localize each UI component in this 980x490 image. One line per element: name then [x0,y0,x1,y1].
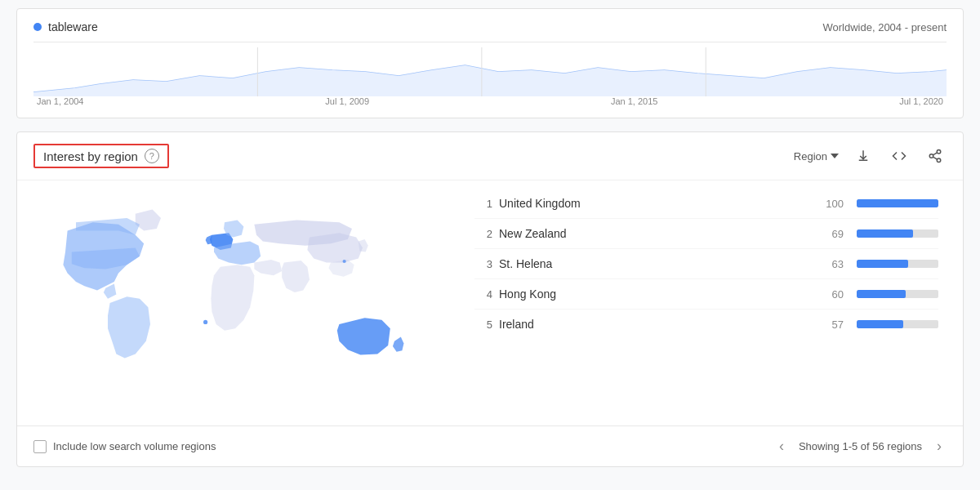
rank-bar-container [857,290,938,298]
share-icon [928,149,942,163]
pagination-text: Showing 1-5 of 56 regions [799,440,922,452]
rank-bar-container [857,199,938,207]
rank-country-name: Ireland [499,318,808,331]
rank-number: 1 [474,198,492,210]
svg-line-6 [933,157,937,159]
rank-bar-fill [857,320,903,328]
download-button[interactable] [852,145,875,167]
svg-point-10 [343,260,346,263]
rank-number: 2 [474,228,492,240]
download-icon [856,149,871,163]
search-term-row: tableware Worldwide, 2004 - present [33,20,947,33]
next-page-button[interactable]: › [932,436,947,457]
rank-score: 100 [815,198,844,210]
rank-country-name: New Zealand [499,227,808,240]
svg-point-9 [203,320,207,324]
checkbox-text: Include low search volume regions [53,440,216,452]
region-controls: Region [794,145,947,167]
rank-bar-container [857,320,938,328]
chevron-down-icon [831,154,839,158]
low-volume-checkbox[interactable] [33,440,47,453]
rank-bar-fill [857,290,906,298]
table-row: 3 St. Helena 63 [474,249,938,279]
share-button[interactable] [924,145,947,167]
svg-line-7 [933,153,937,155]
rank-country-name: St. Helena [499,257,808,270]
region-title-box: Interest by region ? [33,144,169,168]
rank-bar-fill [857,199,938,207]
region-footer: Include low search volume regions ‹ Show… [17,425,963,466]
svg-point-5 [937,158,941,163]
worldwide-label: Worldwide, 2004 - present [822,21,947,33]
world-map-svg [42,197,450,409]
date-1: Jan 1, 2004 [37,96,84,106]
rank-score: 60 [815,288,844,301]
table-row: 4 Hong Kong 60 [474,279,938,310]
rank-bar-fill [857,260,908,268]
rank-number: 3 [474,258,492,270]
region-card: Interest by region ? Region [16,131,964,467]
map-area [17,180,466,425]
timeline-svg [33,47,947,96]
rank-country-name: Hong Kong [499,287,808,301]
region-body: 1 United Kingdom 100 2 New Zealand 69 [17,180,963,425]
region-header: Interest by region ? Region [17,132,963,180]
timeline-dates: Jan 1, 2004 Jul 1, 2009 Jan 1, 2015 Jul … [33,96,947,106]
rank-score: 69 [815,228,844,240]
pagination: ‹ Showing 1-5 of 56 regions › [774,436,947,457]
region-title: Interest by region [43,149,138,163]
low-volume-checkbox-label[interactable]: Include low search volume regions [33,440,216,453]
rank-number: 5 [474,318,492,331]
rank-bar-container [857,229,938,238]
search-term-label: tableware [33,20,98,33]
rank-bar-fill [857,229,913,238]
rank-score: 63 [815,258,844,270]
rank-country-name: United Kingdom [499,197,808,210]
date-3: Jan 1, 2015 [611,96,658,106]
search-term-text: tableware [48,20,98,33]
blue-dot-icon [33,23,42,31]
embed-icon [892,149,906,163]
svg-point-4 [929,154,933,158]
timeline-graph [33,47,947,96]
date-2: Jul 1, 2009 [325,96,369,106]
table-row: 1 United Kingdom 100 [474,189,938,219]
timeline-area: Jan 1, 2004 Jul 1, 2009 Jan 1, 2015 Jul … [33,42,947,106]
rankings-area: 1 United Kingdom 100 2 New Zealand 69 [466,180,963,425]
search-card: tableware Worldwide, 2004 - present Jan … [16,8,964,118]
help-icon[interactable]: ? [145,149,159,163]
region-dropdown[interactable]: Region [794,150,839,163]
rank-number: 4 [474,288,492,301]
date-4: Jul 1, 2020 [899,96,943,106]
region-dropdown-label: Region [794,150,827,163]
table-row: 2 New Zealand 69 [474,219,938,249]
rank-score: 57 [815,318,844,331]
rank-bar-container [857,260,938,268]
embed-button[interactable] [888,145,911,167]
prev-page-button[interactable]: ‹ [774,436,789,457]
table-row: 5 Ireland 57 [474,310,938,339]
svg-point-3 [937,150,941,154]
